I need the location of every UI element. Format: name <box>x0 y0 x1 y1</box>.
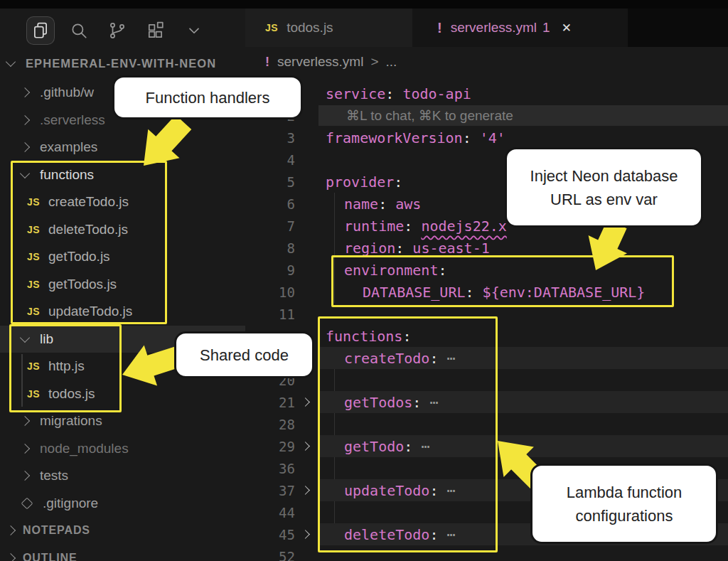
fold-ellipsis-icon: ⋯ <box>438 350 455 367</box>
colon: : <box>394 173 402 191</box>
tree-item-label: .github/w <box>40 85 94 100</box>
fold-slot[interactable] <box>295 531 315 538</box>
code-line-29[interactable]: 29getTodo: ⋯ <box>245 435 728 457</box>
tree-item-label: deleteTodo.js <box>48 222 128 237</box>
tree-item-label: migrations <box>40 413 102 429</box>
sidebar-section-notepads[interactable]: NOTEPADS <box>0 517 245 545</box>
yaml-key: region <box>344 240 395 257</box>
colon: : <box>378 196 387 213</box>
fold-slot[interactable] <box>295 487 315 493</box>
code-line-12[interactable]: 12functions: <box>245 325 728 347</box>
tree-item-node-modules[interactable]: node_modules <box>0 435 245 463</box>
tree-item-gettodo-js[interactable]: JSgetTodo.js <box>0 243 245 271</box>
code-line-21[interactable]: 21getTodos: ⋯ <box>245 391 728 413</box>
yaml-key: getTodo <box>344 438 404 455</box>
tree-item-label: tests <box>40 468 68 483</box>
tree-item-label: node_modules <box>40 441 129 456</box>
search-icon[interactable] <box>65 17 92 44</box>
fold-chevron-icon <box>301 442 310 451</box>
tree-item-label: getTodo.js <box>48 249 110 265</box>
git-icon <box>21 497 33 509</box>
space <box>394 85 402 102</box>
code-line-28[interactable]: 28 <box>245 413 728 435</box>
code-line-8[interactable]: 8region: us-east-1 <box>245 237 728 259</box>
yaml-key: frameworkVersion <box>326 129 463 146</box>
yaml-value: us-east-1 <box>412 240 489 257</box>
tree-item-gettodos-js[interactable]: JSgetTodos.js <box>0 271 245 299</box>
space <box>387 196 395 213</box>
fold-slot[interactable] <box>295 399 315 405</box>
code-text: createTodo: ⋯ <box>315 350 456 367</box>
yaml-key: deleteTodo <box>344 526 429 543</box>
yaml-key: getTodos <box>344 394 412 411</box>
sidebar-section-outline[interactable]: OUTLINE <box>0 545 245 561</box>
yaml-key: environment <box>344 262 438 279</box>
tree-item-label: createTodo.js <box>48 194 129 210</box>
tree-item-migrations[interactable]: migrations <box>0 407 245 435</box>
chevron-right-icon <box>20 416 30 426</box>
code-line-2[interactable]: ⌘L to chat, ⌘K to generate2 <box>245 105 728 127</box>
code-text: service: todo-api <box>315 85 471 102</box>
code-line-9[interactable]: 9environment: <box>245 259 728 281</box>
chevron-right-icon <box>6 525 16 535</box>
fold-ellipsis-icon: ⋯ <box>412 438 429 455</box>
activity-bar <box>0 9 245 53</box>
close-icon[interactable]: ✕ <box>562 21 572 35</box>
vscode-window: EPHEMERAL-ENV-WITH-NEON .github/w.server… <box>0 0 728 561</box>
fold-ellipsis-icon: ⋯ <box>421 394 438 411</box>
tree-item-functions[interactable]: functions <box>0 161 245 189</box>
chevron-down-icon <box>6 57 16 67</box>
tab-label: serverless.yml <box>451 20 537 36</box>
breadcrumb-more[interactable]: ... <box>386 54 397 70</box>
tree-item-updatetodo-js[interactable]: JSupdateTodo.js <box>0 298 245 326</box>
fold-ellipsis-icon: ⋯ <box>438 526 455 543</box>
code-text: region: us-east-1 <box>315 240 490 257</box>
tab-label: todos.js <box>287 20 333 36</box>
code-line-20[interactable]: 20 <box>245 369 728 391</box>
code-line-1[interactable]: 1service: todo-api <box>245 82 728 105</box>
line-number: 29 <box>245 439 295 454</box>
colon: : <box>404 438 412 455</box>
chevron-down-icon[interactable] <box>181 17 208 44</box>
yaml-value: todo-api <box>402 85 471 102</box>
colon: : <box>412 394 421 411</box>
code-text: updateTodo: ⋯ <box>315 482 456 499</box>
yaml-key: name <box>344 196 378 213</box>
tree-item-tests[interactable]: tests <box>0 462 245 490</box>
explorer-root-folder[interactable]: EPHEMERAL-ENV-WITH-NEON <box>0 53 245 74</box>
extensions-icon[interactable] <box>142 17 169 44</box>
yaml-key: DATABASE_URL <box>363 284 466 301</box>
tab-bar: JStodos.js!serverless.yml1✕ <box>245 9 728 47</box>
line-number: 4 <box>245 152 295 168</box>
tab-todos-js[interactable]: JStodos.js <box>245 9 412 47</box>
colon: : <box>402 328 411 345</box>
code-line-52[interactable]: 52 <box>245 545 728 561</box>
colon: : <box>429 526 438 543</box>
tree-item-todos-js[interactable]: JStodos.js <box>0 380 245 408</box>
line-number: 8 <box>245 240 295 256</box>
breadcrumb-file[interactable]: serverless.yml <box>277 54 363 70</box>
fold-slot[interactable] <box>295 443 315 449</box>
line-number: 44 <box>245 505 295 520</box>
chevron-right-icon <box>20 87 30 97</box>
code-line-3[interactable]: 3frameworkVersion: '4' <box>245 127 728 149</box>
code-line-13[interactable]: 13createTodo: ⋯ <box>245 347 728 369</box>
tree-item-createtodo-js[interactable]: JScreateTodo.js <box>0 188 245 216</box>
code-line-11[interactable]: 11 <box>245 303 728 325</box>
breadcrumb: ! serverless.yml > ... <box>245 47 728 77</box>
yaml-key: service <box>326 85 385 102</box>
yaml-value: ${env:DATABASE_URL} <box>483 284 646 301</box>
chevron-right-icon <box>20 471 30 481</box>
tree-item-examples[interactable]: examples <box>0 134 245 161</box>
tree-item-gitignore[interactable]: .gitignore <box>0 490 245 518</box>
yaml-value: '4' <box>480 129 505 146</box>
colon: : <box>385 85 394 102</box>
code-line-10[interactable]: 10DATABASE_URL: ${env:DATABASE_URL} <box>245 281 728 303</box>
source-control-icon[interactable] <box>104 17 131 44</box>
fold-ellipsis-icon: ⋯ <box>438 482 455 499</box>
line-number: 9 <box>245 262 295 278</box>
warning-icon: ! <box>437 20 442 36</box>
tab-serverless-yml[interactable]: !serverless.yml1✕ <box>412 9 628 47</box>
tree-item-deletetodo-js[interactable]: JSdeleteTodo.js <box>0 216 245 244</box>
files-icon[interactable] <box>27 17 54 44</box>
